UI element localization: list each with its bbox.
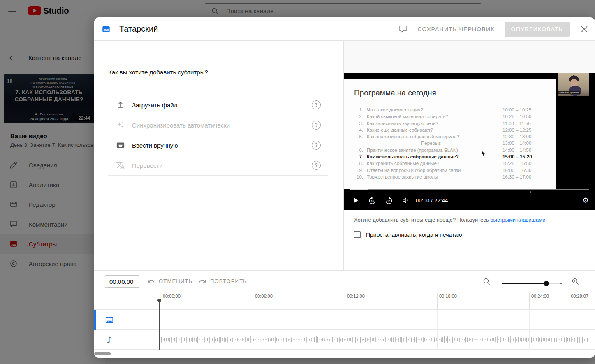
ruler-tick [253,293,253,309]
timeline-zoom-slider[interactable] [502,281,562,286]
play-button[interactable] [349,194,362,207]
rewind-10-button[interactable]: 10 [366,194,379,207]
youtube-studio-app: Studio Контент на канале Я Весенняя школ… [0,0,595,364]
ruler-label: 00:06:00 [255,294,273,299]
subtitles-modal: Татарский ! СОХРАНИТЬ ЧЕРНОВИК ОПУБЛИКОВ… [94,17,595,358]
slide-title: Программа на сегодня [354,88,436,97]
feedback-icon[interactable]: ! [398,25,407,34]
timeline-ruler[interactable]: 00:00:0000:06:0000:12:0000:18:0000:24:00… [94,292,595,310]
video-player[interactable]: Программа на сегодня 1.Что такое докумен… [344,73,595,210]
mouse-cursor [482,151,485,156]
slide-row: 7.Как использовать собранные данные?15:0… [354,153,552,160]
audio-waveform [161,330,591,350]
music-note-icon: ♪ [105,335,114,345]
save-draft-button[interactable]: СОХРАНИТЬ ЧЕРНОВИК [417,26,494,32]
playhead-handle[interactable] [157,299,161,302]
modal-header: Татарский ! СОХРАНИТЬ ЧЕРНОВИК ОПУБЛИКОВ… [94,17,595,41]
player-top-strip [344,41,595,73]
ruler-label: 00:24:00 [531,294,549,299]
slide-row: 8.Как хранить собранные данные?15:25 – 1… [354,160,552,167]
add-subtitles-panel: Как вы хотите добавить субтитры? Загрузи… [94,41,343,270]
add-subtitles-question: Как вы хотите добавить субтитры? [108,69,208,76]
slide-row: 3.Как записывать звучащую речь?11:00 – 1… [354,120,552,127]
ruler-label: 00:00:00 [163,294,181,299]
help-icon[interactable]: ? [312,100,321,109]
slide-schedule: 1.Что такое документация?10:00 – 10:252.… [354,107,552,180]
option-auto-sync: Синхронизировать автоматически? [108,115,328,135]
ruler-tick [437,293,438,309]
forward-10-button[interactable]: 10 [382,194,395,207]
svg-text:10: 10 [387,199,390,202]
video-slide: Программа на сегодня 1.Что такое докумен… [344,79,556,189]
option-label: Загрузить файл [132,102,312,109]
autosync-icon [116,120,125,130]
subtitle-track[interactable] [94,310,595,330]
seekbar-played [350,189,368,190]
timeline-section: ОТМЕНИТЬ ПОВТОРИТЬ 00:00:0000:06:0000:12… [94,270,595,358]
zoom-out-icon[interactable] [483,278,491,285]
slide-row: 1.Что такое документация?10:00 – 10:25 [354,107,552,113]
option-type-manually[interactable]: Ввести вручную? [108,135,328,155]
pause-while-typing-option[interactable]: Приостанавливать, когда я печатаю [354,231,462,238]
playhead-line [159,301,160,350]
tip-area: Хотите добавлять субтитры ещё проще? Пол… [344,210,595,270]
slide-row: 5.Как анализировать собранный материал?1… [354,133,552,140]
pause-checkbox[interactable] [354,231,361,238]
subtitle-track-icon [104,315,115,325]
slide-row: 9.Ответы на вопросы и сбор обратной связ… [354,167,552,174]
timeline-tracks: ♪ [94,310,595,350]
help-icon[interactable]: ? [312,161,321,170]
zoom-in-icon[interactable] [572,278,579,285]
close-icon[interactable] [579,24,589,34]
svg-text:!: ! [403,26,404,30]
ruler-tick [529,293,530,309]
slide-row: 10.Торжественное закрытие школы16:30 – 1… [354,174,552,180]
redo-icon [199,277,206,285]
translate-icon [116,160,125,170]
undo-icon [147,277,155,285]
publish-button[interactable]: ОПУБЛИКОВАТЬ [505,22,570,37]
player-settings-icon[interactable]: ⚙ [579,194,592,207]
modal-title: Татарский [119,24,158,34]
timecode-input[interactable] [104,275,140,288]
slide-page-number: 1 [530,190,531,194]
ruler-tick [345,293,345,309]
ruler-label-end: 00:28:07 [571,294,588,299]
subtitles-icon [102,25,111,34]
keyboard-icon [116,140,125,150]
active-track-indicator [94,310,96,330]
volume-icon[interactable] [399,194,412,207]
player-seekbar[interactable] [350,189,589,190]
timeline-horizontal-scrollbar[interactable] [94,352,111,355]
slide-row: Перерыв13:00 – 14:00 [354,140,552,146]
video-preview-panel: Программа на сегодня 1.Что такое докумен… [343,41,595,270]
undo-button[interactable]: ОТМЕНИТЬ [147,277,192,285]
webcam-name-tag: Наталия Аралова [558,91,580,94]
shortcut-tip: Хотите добавлять субтитры ещё проще? Пол… [354,217,547,223]
webcam-video: Наталия Аралова [558,73,589,96]
slide-row: 2.Какой языковой материал собирать?10:25… [354,113,552,120]
pause-checkbox-label: Приостанавливать, когда я печатаю [366,232,462,238]
player-controls: 10 10 00:00 / 22:44 [344,194,595,207]
svg-text:10: 10 [371,199,374,202]
upload-icon [116,100,125,110]
zoom-slider-knob[interactable] [544,281,549,286]
time-display: 00:00 / 22:44 [416,197,448,204]
help-icon[interactable]: ? [312,121,321,130]
option-label: Синхронизировать автоматически [132,122,312,129]
slide-row: 4.Какие еще данные собирают?12:00 – 12:2… [354,127,552,133]
help-icon[interactable]: ? [312,141,321,150]
redo-button[interactable]: ПОВТОРИТЬ [199,277,247,285]
ruler-label: 00:18:00 [439,294,457,299]
option-label: Перевести [132,162,312,169]
option-translate: Перевести? [108,155,328,176]
subtitle-options-list: Загрузить файл?Синхронизировать автомати… [108,95,328,176]
ruler-label: 00:12:00 [347,294,365,299]
shortcuts-link[interactable]: быстрыми клавишами [490,217,545,223]
option-upload-file[interactable]: Загрузить файл? [108,95,328,115]
option-label: Ввести вручную [132,142,312,149]
slide-row: 6.Практическое занятие (программа ELAN)1… [354,147,552,153]
